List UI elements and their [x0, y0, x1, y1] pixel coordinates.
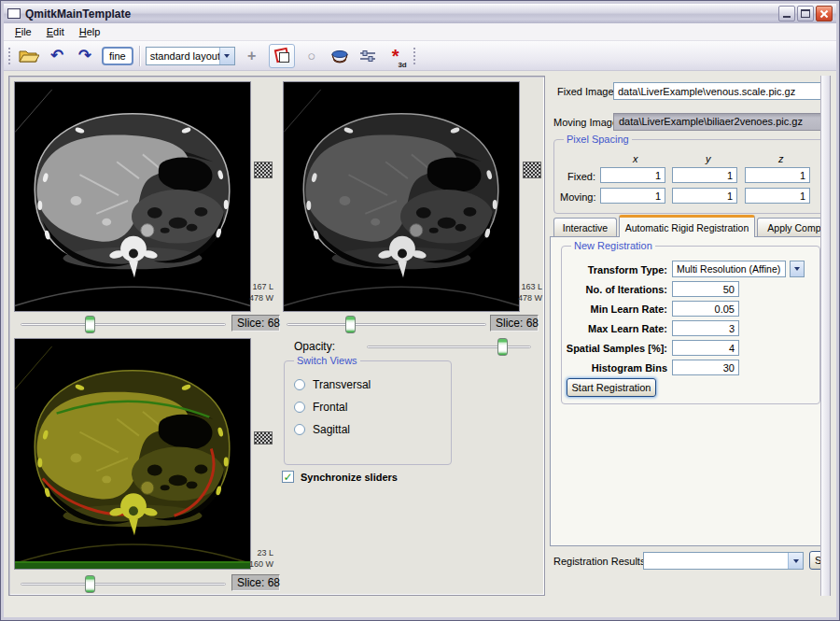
- fixed-image-input[interactable]: [613, 82, 820, 100]
- levelwindow-handle[interactable]: [254, 162, 273, 178]
- redo-button[interactable]: ↷: [74, 45, 96, 67]
- titlebar[interactable]: QmitkMainTemplate: [4, 4, 836, 23]
- add-button[interactable]: +: [241, 45, 263, 67]
- radio-frontal[interactable]: Frontal: [294, 401, 347, 414]
- slider-thumb[interactable]: [85, 575, 95, 593]
- max-learn-rate-input[interactable]: [672, 320, 739, 336]
- histogram-bins-input[interactable]: [672, 360, 739, 375]
- levelwindow-handle[interactable]: [254, 431, 273, 445]
- menubar: File Edit Help: [4, 23, 836, 41]
- moving-y-input[interactable]: [672, 188, 737, 204]
- open-folder-icon: [19, 48, 39, 64]
- ct-axial-fixed: [15, 82, 250, 311]
- histogram-bins-label: Histogram Bins: [562, 362, 667, 374]
- save-button[interactable]: Sa: [809, 551, 820, 570]
- radio-icon[interactable]: [294, 402, 305, 413]
- main-window: QmitkMainTemplate File Edit Help ↶ ↷ fin…: [0, 0, 840, 621]
- app-icon: [7, 8, 21, 19]
- new-registration-title: New Registration: [571, 240, 655, 251]
- spatial-samples-input[interactable]: [672, 340, 739, 356]
- layout-combobox[interactable]: standard layout: [146, 47, 235, 65]
- levels-tool-button[interactable]: [357, 45, 379, 67]
- checkbox-icon[interactable]: ✓: [282, 471, 294, 483]
- fixed-row-label: Fixed:: [567, 171, 595, 182]
- min-learn-rate-input[interactable]: [672, 301, 739, 317]
- slider-thumb[interactable]: [85, 316, 95, 333]
- maximize-icon: [801, 9, 810, 18]
- tab-apply-computed[interactable]: Apply Computed Regis: [757, 218, 820, 237]
- undo-button[interactable]: ↶: [46, 45, 68, 67]
- minimize-button[interactable]: [778, 6, 795, 21]
- radio-icon[interactable]: [294, 379, 305, 390]
- window-value: 478 W: [249, 293, 273, 303]
- viewport-moving-image[interactable]: [283, 81, 520, 312]
- transform-type-combo[interactable]: Multi Resolution (Affine): [672, 261, 786, 277]
- surface-tool-button[interactable]: [329, 45, 351, 67]
- slice-slider[interactable]: [21, 583, 226, 586]
- slice-indicator: Slice: 68: [231, 315, 280, 332]
- circle-tool-button[interactable]: ○: [301, 45, 323, 67]
- fixed-x-input[interactable]: [600, 167, 665, 183]
- radio-sagittal[interactable]: Sagittal: [294, 423, 350, 436]
- level-value: 167 L: [252, 282, 273, 292]
- slice-slider[interactable]: [21, 323, 226, 326]
- fixed-image-label: Fixed Image:: [557, 86, 617, 97]
- moving-image-field[interactable]: data\LiverExample\biliaer2venoes.pic.gz: [613, 113, 820, 131]
- dropdown-arrow-icon[interactable]: [219, 48, 234, 64]
- slider-thumb[interactable]: [345, 316, 356, 333]
- close-button[interactable]: [816, 6, 833, 21]
- viewport-fixed-image[interactable]: [14, 81, 251, 312]
- toolbar-grip[interactable]: [7, 47, 12, 65]
- render-3d-button[interactable]: * 3d: [385, 45, 407, 67]
- window-value: 160 W: [249, 559, 273, 570]
- window-title: QmitkMainTemplate: [25, 7, 131, 21]
- toolbar-grip[interactable]: [413, 47, 417, 65]
- moving-x-input[interactable]: [600, 188, 665, 204]
- menu-file[interactable]: File: [7, 24, 39, 39]
- fixed-y-input[interactable]: [672, 167, 737, 183]
- transform-dropdown-button[interactable]: [790, 261, 805, 277]
- minimize-icon: [783, 16, 791, 18]
- dropdown-arrow-icon[interactable]: [788, 553, 803, 569]
- moving-image-label: Moving Image:: [553, 117, 621, 128]
- start-registration-button[interactable]: Start Registration: [567, 378, 656, 397]
- radio-icon[interactable]: [294, 424, 305, 435]
- menu-edit[interactable]: Edit: [39, 24, 72, 39]
- fixed-z-input[interactable]: [745, 167, 810, 183]
- iterations-input[interactable]: [672, 281, 739, 297]
- radio-transversal[interactable]: Transversal: [294, 378, 371, 391]
- synchronize-sliders-checkbox[interactable]: ✓ Synchronize sliders: [282, 471, 398, 483]
- levelwindow-handle[interactable]: [523, 162, 541, 178]
- slice-slider[interactable]: [287, 323, 486, 326]
- bowl-icon: [330, 49, 349, 64]
- maximize-button[interactable]: [797, 6, 814, 21]
- fine-toggle-button[interactable]: fine: [102, 47, 133, 65]
- opacity-slider[interactable]: [367, 346, 531, 348]
- slider-widget-icon: [359, 49, 376, 63]
- reinit-view-button[interactable]: [269, 44, 295, 68]
- window-value: 478 W: [518, 293, 542, 303]
- panel-splitter[interactable]: [820, 76, 831, 596]
- registration-results-label: Registration Results:: [553, 556, 649, 567]
- opacity-thumb[interactable]: [497, 338, 508, 356]
- registration-results-combo[interactable]: [643, 552, 804, 570]
- menu-help[interactable]: Help: [72, 24, 108, 39]
- slice-indicator: Slice: 68: [490, 315, 539, 332]
- tab-interactive[interactable]: Interactive: [553, 218, 617, 237]
- open-file-button[interactable]: [18, 45, 40, 67]
- synchronize-label: Synchronize sliders: [301, 472, 398, 483]
- levelwindow-strip: 167 L 478 W: [252, 81, 274, 312]
- view-controls-quadrant: Opacity: Switch Views Transversal Fronta…: [277, 336, 544, 595]
- viewer-panel: 167 L 478 W Slice: 68 163 L 478 W Slice:…: [8, 76, 545, 596]
- ct-axial-fusion: [15, 339, 250, 569]
- transform-type-label: Transform Type:: [562, 264, 667, 275]
- moving-z-input[interactable]: [745, 188, 810, 204]
- viewport-fusion-image[interactable]: [14, 338, 251, 570]
- ct-axial-moving: [284, 82, 519, 311]
- toolbar: ↶ ↷ fine standard layout + ○: [4, 41, 836, 71]
- registration-panel: Fixed Image: Moving Image: data\LiverExa…: [550, 76, 820, 596]
- tab-automatic-rigid[interactable]: Automatic Rigid Registration: [619, 215, 755, 237]
- pixel-spacing-title: Pixel Spacing: [564, 134, 632, 145]
- switch-views-group: Switch Views Transversal Frontal Sagitta…: [284, 360, 452, 465]
- levelwindow-strip: 23 L 160 W: [252, 338, 274, 570]
